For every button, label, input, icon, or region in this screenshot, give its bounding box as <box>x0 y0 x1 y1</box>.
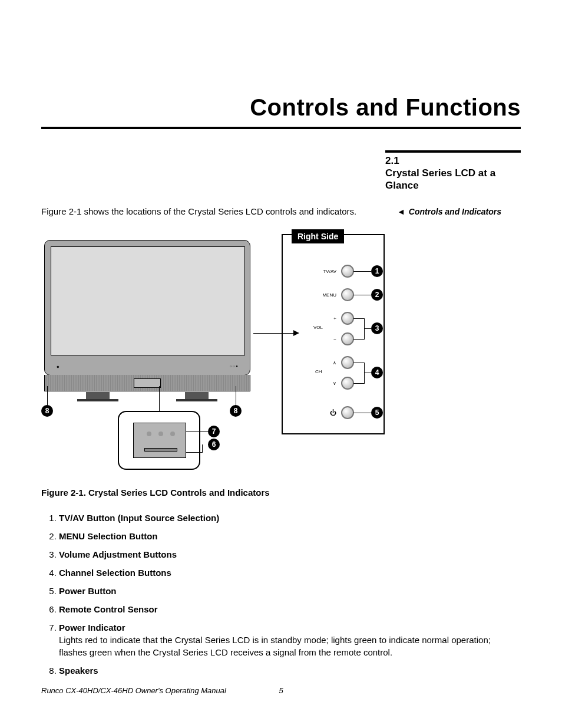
section-number: 2.1 <box>385 155 521 167</box>
sensor-detail-box <box>118 411 200 470</box>
section-title: Crystal Series LCD at a Glance <box>385 167 521 192</box>
right-side-panel: Right Side TV/AV 1 MENU 2 + VOL − <box>282 234 385 434</box>
right-tab-label: Right Side <box>292 229 344 243</box>
callout-8: 8 <box>230 405 242 417</box>
list-item: TV/AV Button (Input Source Selection) <box>59 512 521 524</box>
callout-2: 2 <box>371 289 383 301</box>
list-item: Volume Adjustment Buttons <box>59 548 521 561</box>
vol-down-button-icon <box>341 332 354 345</box>
list-item: Power Button <box>59 585 521 597</box>
callout-8: 8 <box>41 405 53 417</box>
callout-6: 6 <box>208 439 220 450</box>
vol-up-button-icon <box>341 312 354 325</box>
callout-3: 3 <box>371 322 383 334</box>
vol-plus-label: + <box>319 316 336 321</box>
figure-diagram: ◆○ ○ ● 8 8 7 6 Right Side <box>41 234 521 482</box>
list-item: MENU Selection Button <box>59 530 521 542</box>
list-item: Power IndicatorLights red to indicate th… <box>59 621 521 658</box>
section-heading-block: 2.1 Crystal Series LCD at a Glance <box>385 150 521 192</box>
figure-caption: Figure 2-1. Crystal Series LCD Controls … <box>41 487 521 498</box>
section-rule <box>385 150 521 153</box>
callout-7: 7 <box>208 426 220 437</box>
triangle-left-icon: ◄ <box>397 207 405 216</box>
margin-note: ◄Controls and Indicators <box>385 207 521 216</box>
list-item: Channel Selection Buttons <box>59 566 521 579</box>
tv-illustration: ◆○ ○ ● <box>44 240 250 391</box>
power-button-icon <box>341 406 354 419</box>
callout-5: 5 <box>371 407 383 419</box>
power-symbol-icon: ⏻ <box>319 409 336 416</box>
page-footer: Runco CX-40HD/CX-46HD Owner's Operating … <box>41 686 521 695</box>
title-rule <box>41 127 521 129</box>
page-title: Controls and Functions <box>41 94 521 121</box>
ch-down-label: ∨ <box>319 381 336 386</box>
footer-title: Runco CX-40HD/CX-46HD Owner's Operating … <box>41 686 226 695</box>
callout-1: 1 <box>371 265 383 277</box>
list-item: Remote Control Sensor <box>59 603 521 615</box>
tvav-button-icon <box>341 265 354 278</box>
ch-down-button-icon <box>341 377 354 390</box>
intro-text: Figure 2-1 shows the locations of the Cr… <box>41 206 385 216</box>
list-item: Speakers <box>59 664 521 677</box>
vol-minus-label: − <box>319 337 336 342</box>
ch-up-label: ∧ <box>319 360 336 365</box>
ch-up-button-icon <box>341 356 354 369</box>
menu-button-icon <box>341 288 354 301</box>
tvav-label: TV/AV <box>319 269 336 274</box>
controls-list: TV/AV Button (Input Source Selection) ME… <box>59 512 521 677</box>
callout-4: 4 <box>371 367 383 378</box>
ch-group-label: CH <box>315 369 322 374</box>
footer-page-number: 5 <box>279 686 283 695</box>
menu-label: MENU <box>319 292 336 298</box>
vol-group-label: VOL <box>313 325 323 330</box>
